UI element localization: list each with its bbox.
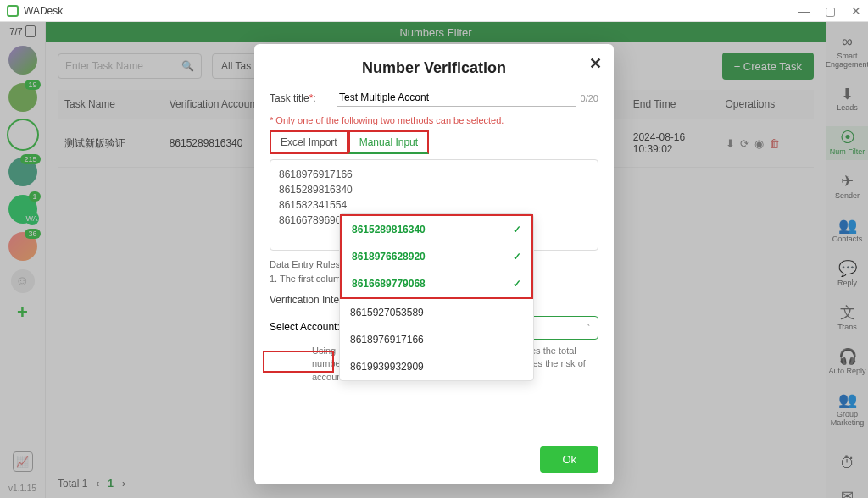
account-suggestion-dropdown: 8615289816340✓ 8618976628920✓ 8616689779… — [339, 213, 534, 381]
check-icon: ✓ — [513, 251, 521, 263]
task-title-input[interactable] — [337, 89, 576, 107]
suggestion-item[interactable]: 8615289816340✓ — [342, 216, 531, 243]
maximize-button[interactable]: ▢ — [825, 4, 836, 18]
app-icon — [7, 5, 19, 17]
close-window-button[interactable]: ✕ — [851, 4, 861, 18]
suggestion-item[interactable]: 8616689779068✓ — [342, 270, 531, 297]
suggestion-item[interactable]: 8618976628920✓ — [342, 243, 531, 270]
import-tabs: Excel Import Manual Input — [270, 130, 598, 154]
chevron-up-icon: ˄ — [586, 323, 591, 334]
method-warning: * Only one of the following two methods … — [270, 115, 598, 125]
check-icon: ✓ — [513, 224, 521, 235]
ok-button[interactable]: Ok — [540, 446, 598, 473]
task-title-label: Task title*: — [270, 92, 337, 104]
window-controls: — ▢ ✕ — [798, 4, 861, 18]
window-titlebar: WADesk — ▢ ✕ — [0, 0, 868, 22]
app-title: WADesk — [24, 5, 63, 17]
task-title-counter: 0/20 — [581, 93, 598, 103]
minimize-button[interactable]: — — [798, 4, 810, 18]
tab-manual-input[interactable]: Manual Input — [348, 130, 429, 154]
tab-excel-import[interactable]: Excel Import — [270, 130, 348, 154]
close-modal-button[interactable]: ✕ — [589, 54, 602, 73]
suggestion-item[interactable]: 8615927053589 — [340, 299, 533, 326]
select-account-label: Select Account: — [270, 316, 340, 333]
suggestion-item[interactable]: 8618976917166 — [340, 326, 533, 353]
check-icon: ✓ — [513, 278, 521, 290]
suggestion-item[interactable]: 8619939932909 — [340, 353, 533, 380]
modal-title: Number Verification — [270, 59, 598, 77]
